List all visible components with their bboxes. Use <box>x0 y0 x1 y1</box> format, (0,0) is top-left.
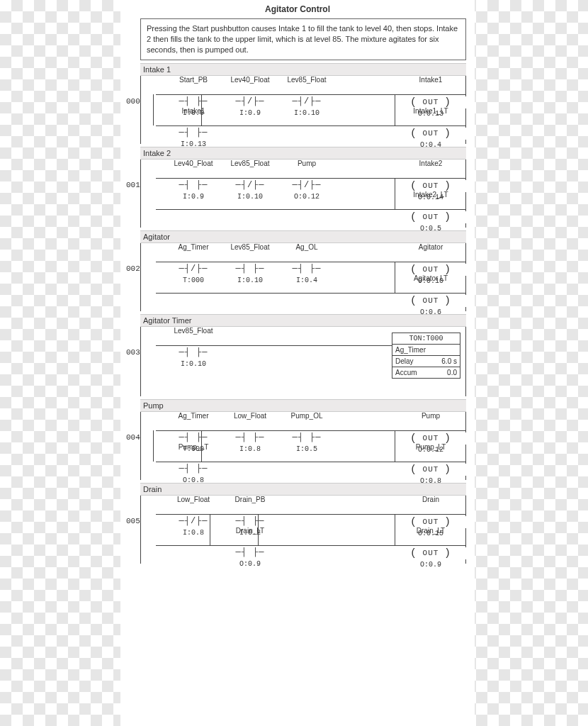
rung-title: Pump <box>140 399 466 412</box>
output-coil: Agitator LT( OUT )O:0.6 <box>395 274 466 316</box>
output-coil: Intake2_LT( OUT )O:0.5 <box>395 191 466 233</box>
contact-no: Pump_LT─┤ ├─O:0.8 <box>170 443 217 484</box>
ladder-rung: 000Start_PB─┤ ├─I:0.0Lev40_Float─┤/├─I:0… <box>125 76 466 144</box>
ladder-rung: 001Lev40_Float─┤ ├─I:0.9Lev85_Float─┤/├─… <box>125 160 466 228</box>
output-coil: Pump_LT( OUT )O:0.8 <box>395 443 466 485</box>
ladder-rung: 003Lev85_Float─┤ ├─I:0.10TON:T000Ag_Time… <box>125 327 466 396</box>
contact-no: Intake1─┤ ├─I:0.13 <box>170 107 217 148</box>
output-coil: Intake1_LT( OUT )O:0.4 <box>395 107 466 149</box>
rung-number: 003 <box>126 348 140 357</box>
rung-title: Intake 1 <box>140 63 466 76</box>
rung-number: 005 <box>126 517 140 525</box>
ladder-rung: 002Ag_Timer─┤/├─T:000Lev85_Float─┤ ├─I:0… <box>125 243 466 311</box>
rung-number: 004 <box>126 433 140 442</box>
output-coil: Drain_LT( OUT )O:0.9 <box>395 527 466 569</box>
contact-no: Lev85_Float─┤ ├─I:0.10 <box>170 327 217 368</box>
rung-number: 001 <box>126 181 140 189</box>
rung-number: 002 <box>126 264 140 273</box>
ladder-rung: 005Low_Float─┤/├─I:0.8Drain_PB─┤ ├─I:0.2… <box>125 496 466 564</box>
ladder-rung: 004Ag_Timer─┤ ├─T:000Low_Float─┤ ├─I:0.8… <box>125 412 466 480</box>
ladder-diagram-sheet: Agitator Control Pressing the Start push… <box>120 0 475 726</box>
contact-no: Drain_LT─┤ ├─O:0.9 <box>227 527 273 568</box>
diagram-title: Agitator Control <box>120 0 475 18</box>
diagram-description: Pressing the Start pushbutton causes Int… <box>140 18 466 60</box>
timer-block: TON:T000Ag_TimerDelay6.0 sAccum0.0 <box>392 333 460 379</box>
rung-number: 000 <box>126 97 140 106</box>
